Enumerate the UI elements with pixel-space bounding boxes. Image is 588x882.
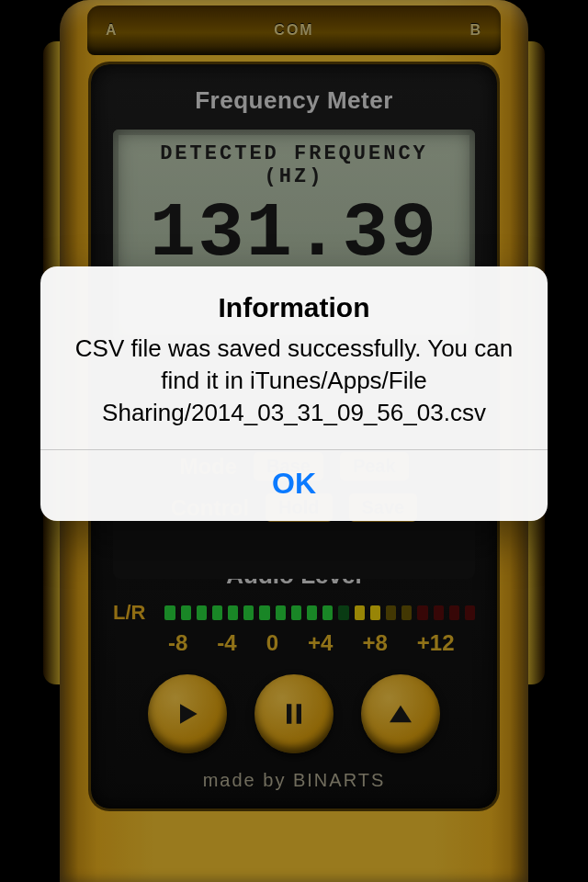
alert-dialog: Information CSV file was saved successfu… [40, 266, 548, 521]
alert-message: CSV file was saved successfully. You can… [62, 333, 526, 429]
alert-ok-button[interactable]: OK [62, 450, 526, 521]
alert-title: Information [62, 292, 526, 323]
